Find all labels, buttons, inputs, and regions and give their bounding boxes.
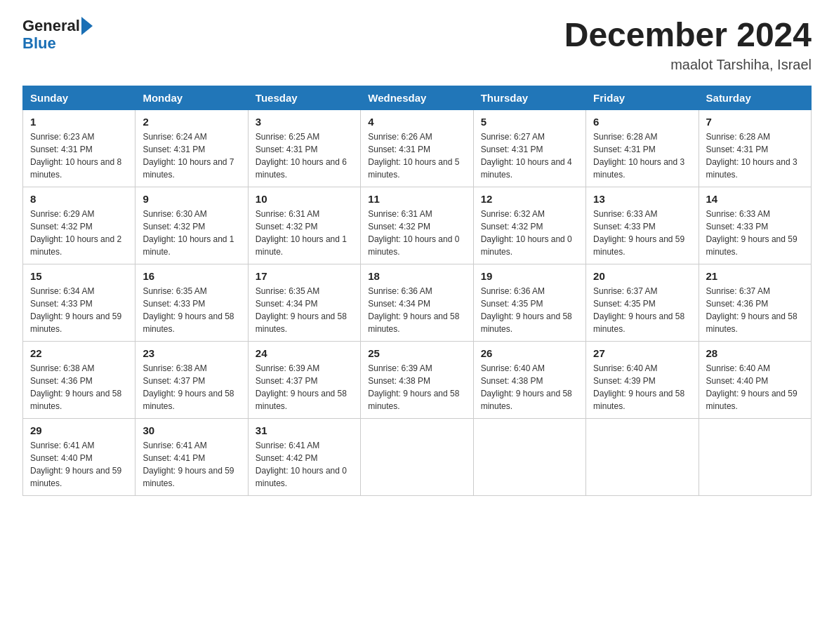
daylight-label: Daylight: 9 hours and 58 minutes.	[593, 389, 684, 411]
col-saturday: Saturday	[699, 86, 811, 109]
day-number: 6	[593, 116, 691, 128]
day-number: 14	[706, 193, 804, 205]
sunrise-label: Sunrise: 6:26 AM	[368, 132, 432, 142]
day-number: 19	[481, 270, 578, 282]
table-row: 17 Sunrise: 6:35 AM Sunset: 4:34 PM Dayl…	[248, 264, 360, 341]
sunrise-label: Sunrise: 6:36 AM	[368, 286, 432, 296]
sunrise-label: Sunrise: 6:25 AM	[256, 132, 319, 142]
day-number: 25	[368, 347, 465, 359]
sunset-label: Sunset: 4:31 PM	[256, 145, 318, 154]
table-row: 29 Sunrise: 6:41 AM Sunset: 4:40 PM Dayl…	[23, 418, 135, 495]
day-number: 9	[143, 193, 240, 205]
sunrise-label: Sunrise: 6:28 AM	[593, 132, 657, 142]
sunset-label: Sunset: 4:31 PM	[30, 145, 93, 154]
day-number: 23	[143, 347, 240, 359]
sunset-label: Sunset: 4:40 PM	[30, 453, 93, 463]
sunrise-label: Sunrise: 6:28 AM	[706, 132, 770, 142]
daylight-label: Daylight: 9 hours and 59 minutes.	[30, 311, 121, 334]
table-row: 10 Sunrise: 6:31 AM Sunset: 4:32 PM Dayl…	[248, 187, 360, 264]
table-row: 7 Sunrise: 6:28 AM Sunset: 4:31 PM Dayli…	[699, 109, 811, 187]
sunrise-label: Sunrise: 6:33 AM	[706, 209, 770, 219]
sunset-label: Sunset: 4:41 PM	[143, 453, 205, 463]
sunset-label: Sunset: 4:32 PM	[256, 222, 318, 232]
daylight-label: Daylight: 10 hours and 6 minutes.	[256, 157, 347, 180]
sunrise-label: Sunrise: 6:34 AM	[30, 286, 94, 296]
sunset-label: Sunset: 4:32 PM	[481, 222, 543, 232]
table-row: 18 Sunrise: 6:36 AM Sunset: 4:34 PM Dayl…	[361, 264, 473, 341]
day-info: Sunrise: 6:33 AM Sunset: 4:33 PM Dayligh…	[706, 208, 804, 258]
sunrise-label: Sunrise: 6:27 AM	[481, 132, 545, 142]
daylight-label: Daylight: 10 hours and 0 minutes.	[368, 234, 459, 257]
day-info: Sunrise: 6:39 AM Sunset: 4:37 PM Dayligh…	[256, 362, 353, 412]
daylight-label: Daylight: 9 hours and 58 minutes.	[481, 311, 572, 334]
daylight-label: Daylight: 10 hours and 2 minutes.	[30, 234, 121, 257]
logo-arrow-icon	[81, 17, 93, 35]
daylight-label: Daylight: 10 hours and 3 minutes.	[706, 157, 797, 180]
daylight-label: Daylight: 9 hours and 58 minutes.	[143, 389, 234, 411]
sunset-label: Sunset: 4:33 PM	[30, 299, 93, 309]
sunrise-label: Sunrise: 6:23 AM	[30, 132, 94, 142]
daylight-label: Daylight: 10 hours and 8 minutes.	[30, 157, 121, 180]
table-row: 11 Sunrise: 6:31 AM Sunset: 4:32 PM Dayl…	[361, 187, 473, 264]
sunset-label: Sunset: 4:37 PM	[256, 376, 318, 386]
day-info: Sunrise: 6:37 AM Sunset: 4:35 PM Dayligh…	[593, 285, 691, 335]
table-row: 31 Sunrise: 6:41 AM Sunset: 4:42 PM Dayl…	[248, 418, 360, 495]
table-row: 3 Sunrise: 6:25 AM Sunset: 4:31 PM Dayli…	[248, 109, 360, 187]
day-number: 2	[143, 116, 240, 128]
sunrise-label: Sunrise: 6:39 AM	[256, 363, 319, 373]
day-info: Sunrise: 6:41 AM Sunset: 4:42 PM Dayligh…	[256, 439, 353, 490]
daylight-label: Daylight: 10 hours and 1 minute.	[256, 234, 347, 257]
sunset-label: Sunset: 4:39 PM	[593, 376, 656, 386]
sunset-label: Sunset: 4:33 PM	[143, 299, 205, 309]
day-number: 5	[481, 116, 578, 128]
table-row: 30 Sunrise: 6:41 AM Sunset: 4:41 PM Dayl…	[135, 418, 248, 495]
calendar-week-row: 22 Sunrise: 6:38 AM Sunset: 4:36 PM Dayl…	[23, 341, 812, 418]
day-number: 24	[256, 347, 353, 359]
day-info: Sunrise: 6:33 AM Sunset: 4:33 PM Dayligh…	[593, 208, 691, 258]
daylight-label: Daylight: 9 hours and 59 minutes.	[706, 234, 797, 257]
day-info: Sunrise: 6:41 AM Sunset: 4:40 PM Dayligh…	[30, 439, 128, 490]
sunrise-label: Sunrise: 6:35 AM	[256, 286, 319, 296]
table-row: 26 Sunrise: 6:40 AM Sunset: 4:38 PM Dayl…	[473, 341, 585, 418]
sunrise-label: Sunrise: 6:41 AM	[143, 441, 206, 450]
sunrise-label: Sunrise: 6:30 AM	[143, 209, 206, 219]
day-info: Sunrise: 6:25 AM Sunset: 4:31 PM Dayligh…	[256, 130, 353, 181]
daylight-label: Daylight: 10 hours and 0 minutes.	[481, 234, 572, 257]
calendar-header-row: Sunday Monday Tuesday Wednesday Thursday…	[23, 86, 812, 109]
day-number: 28	[706, 347, 804, 359]
day-number: 27	[593, 347, 691, 359]
day-number: 7	[706, 116, 804, 128]
sunset-label: Sunset: 4:36 PM	[30, 376, 93, 386]
table-row: 16 Sunrise: 6:35 AM Sunset: 4:33 PM Dayl…	[135, 264, 248, 341]
col-tuesday: Tuesday	[248, 86, 360, 109]
day-number: 16	[143, 270, 240, 282]
day-info: Sunrise: 6:24 AM Sunset: 4:31 PM Dayligh…	[143, 130, 240, 181]
sunrise-label: Sunrise: 6:33 AM	[593, 209, 657, 219]
sunrise-label: Sunrise: 6:40 AM	[593, 363, 657, 373]
sunrise-label: Sunrise: 6:29 AM	[30, 209, 94, 219]
table-row: 4 Sunrise: 6:26 AM Sunset: 4:31 PM Dayli…	[361, 109, 473, 187]
day-info: Sunrise: 6:27 AM Sunset: 4:31 PM Dayligh…	[481, 130, 578, 181]
sunset-label: Sunset: 4:38 PM	[481, 376, 543, 386]
col-friday: Friday	[586, 86, 699, 109]
daylight-label: Daylight: 9 hours and 58 minutes.	[706, 311, 797, 334]
sunrise-label: Sunrise: 6:37 AM	[593, 286, 657, 296]
table-row: 5 Sunrise: 6:27 AM Sunset: 4:31 PM Dayli…	[473, 109, 585, 187]
day-info: Sunrise: 6:39 AM Sunset: 4:38 PM Dayligh…	[368, 362, 465, 412]
table-row: 1 Sunrise: 6:23 AM Sunset: 4:31 PM Dayli…	[23, 109, 135, 187]
table-row: 15 Sunrise: 6:34 AM Sunset: 4:33 PM Dayl…	[23, 264, 135, 341]
sunset-label: Sunset: 4:31 PM	[593, 145, 656, 154]
daylight-label: Daylight: 10 hours and 1 minute.	[143, 234, 234, 257]
page-header: General Blue December 2024 maalot Tarshi…	[22, 17, 812, 73]
daylight-label: Daylight: 9 hours and 58 minutes.	[30, 389, 121, 411]
col-wednesday: Wednesday	[361, 86, 473, 109]
day-info: Sunrise: 6:30 AM Sunset: 4:32 PM Dayligh…	[143, 208, 240, 258]
sunset-label: Sunset: 4:34 PM	[256, 299, 318, 309]
table-row	[473, 418, 585, 495]
sunset-label: Sunset: 4:35 PM	[481, 299, 543, 309]
day-info: Sunrise: 6:37 AM Sunset: 4:36 PM Dayligh…	[706, 285, 804, 335]
day-info: Sunrise: 6:40 AM Sunset: 4:39 PM Dayligh…	[593, 362, 691, 412]
day-number: 31	[256, 424, 353, 436]
day-info: Sunrise: 6:35 AM Sunset: 4:33 PM Dayligh…	[143, 285, 240, 335]
day-info: Sunrise: 6:26 AM Sunset: 4:31 PM Dayligh…	[368, 130, 465, 181]
